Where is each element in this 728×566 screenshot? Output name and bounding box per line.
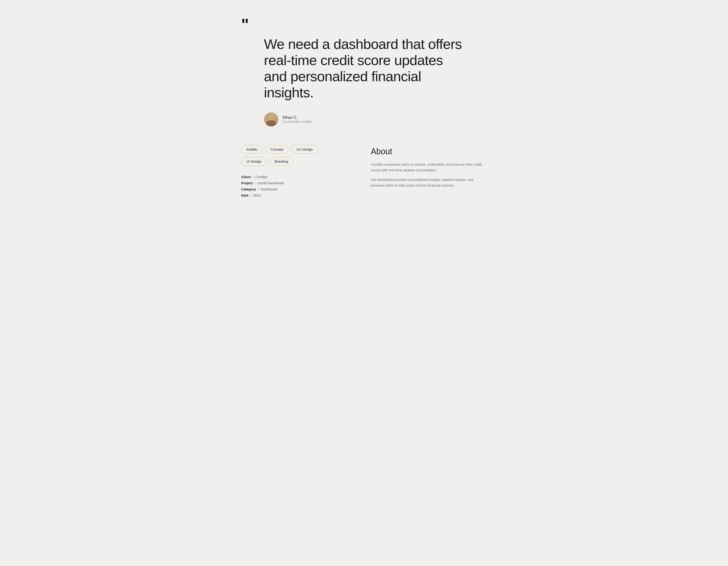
meta-category: Category / Dashboard bbox=[241, 187, 357, 191]
meta-client: Client / Credifyx bbox=[241, 175, 357, 179]
meta-date-label: Date bbox=[241, 193, 249, 197]
tags-container: Analitic Concept UX Design UI Design Bra… bbox=[241, 145, 357, 166]
about-paragraph-1: Credifyx empowers users to monitor, unde… bbox=[371, 162, 487, 173]
quote-section: " We need a dashboard that offers real-t… bbox=[241, 18, 487, 127]
quote-mark: " bbox=[241, 18, 487, 31]
meta-project-value: Credit Dashboard bbox=[257, 181, 284, 185]
tag-ui-design[interactable]: UI Design bbox=[241, 157, 267, 166]
tag-branding[interactable]: Branding bbox=[269, 157, 293, 166]
about-paragraph-2: Our dashboard provides personalized insi… bbox=[371, 177, 487, 188]
meta-category-label: Category bbox=[241, 187, 256, 191]
meta-project-label: Project bbox=[241, 181, 253, 185]
author-name: Ethan C. bbox=[283, 115, 312, 120]
page-container: " We need a dashboard that offers real-t… bbox=[227, 0, 501, 215]
tag-concept[interactable]: Concept bbox=[265, 145, 288, 154]
left-column: Analitic Concept UX Design UI Design Bra… bbox=[241, 145, 357, 197]
bottom-section: Analitic Concept UX Design UI Design Bra… bbox=[241, 145, 487, 197]
meta-client-sep: / bbox=[253, 175, 253, 179]
tag-ux-design[interactable]: UX Design bbox=[291, 145, 318, 154]
avatar bbox=[264, 112, 278, 127]
author-section: Ethan C. Co-Founder Credifyx bbox=[264, 112, 487, 127]
quote-text: We need a dashboard that offers real-tim… bbox=[264, 36, 469, 101]
meta-client-label: Client bbox=[241, 175, 251, 179]
tags-row-2: UI Design Branding bbox=[241, 157, 357, 166]
author-title: Co-Founder Credifyx bbox=[283, 120, 312, 124]
about-title: About bbox=[371, 147, 487, 156]
meta-project: Project / Credit Dashboard bbox=[241, 181, 357, 185]
meta-info: Client / Credifyx Project / Credit Dashb… bbox=[241, 175, 357, 197]
meta-date-value: 2024 bbox=[253, 193, 261, 197]
right-column: About Credifyx empowers users to monitor… bbox=[371, 145, 487, 197]
avatar-image bbox=[264, 113, 278, 126]
meta-date: Date / 2024 bbox=[241, 193, 357, 197]
tags-row-1: Analitic Concept UX Design bbox=[241, 145, 357, 154]
meta-project-sep: / bbox=[255, 181, 255, 185]
meta-category-value: Dashboard bbox=[260, 187, 277, 191]
author-info: Ethan C. Co-Founder Credifyx bbox=[283, 115, 312, 124]
meta-client-value: Credifyx bbox=[255, 175, 268, 179]
tag-analitic[interactable]: Analitic bbox=[241, 145, 263, 154]
meta-category-sep: / bbox=[258, 187, 259, 191]
meta-date-sep: / bbox=[250, 193, 251, 197]
